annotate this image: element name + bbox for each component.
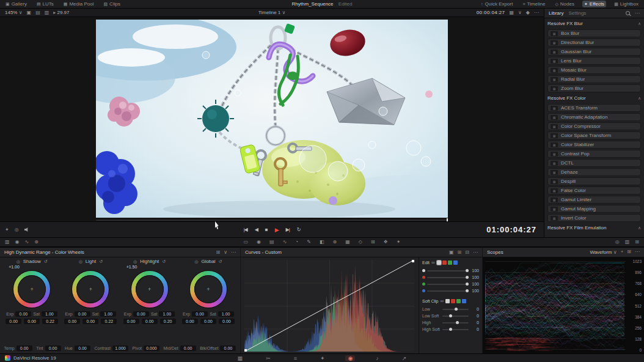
fusion-page-icon[interactable]: ✦ xyxy=(318,355,327,361)
fx-item-aces-transform[interactable]: ▦ACES Transform xyxy=(547,104,641,112)
channel-chip-y[interactable] xyxy=(437,260,441,265)
media-page-icon[interactable]: ▦ xyxy=(235,355,246,361)
prev-clip-button[interactable]: |◀ xyxy=(243,227,247,232)
step-forward-button[interactable]: ▶| xyxy=(286,227,290,232)
wheel-value[interactable]: 0.00 xyxy=(200,319,216,324)
sat-value[interactable]: 1.00 xyxy=(218,311,234,317)
fx-item-invert-color[interactable]: ▦Invert Color xyxy=(547,214,641,222)
fx-item-dehaze[interactable]: ▦Dehaze xyxy=(547,168,641,176)
link-icon[interactable]: ∞ xyxy=(431,260,435,265)
color-wheel[interactable]: + xyxy=(190,271,227,308)
deliver-page-icon[interactable]: ↗ xyxy=(400,355,409,361)
chevron-down-icon[interactable]: ∨ xyxy=(224,250,227,255)
slider-knob[interactable] xyxy=(466,289,469,292)
slider-track[interactable] xyxy=(427,277,469,278)
topbar-button-quick-export[interactable]: ↑Quick Export xyxy=(479,1,514,7)
fx-item-color-space-transform[interactable]: ▦Color Space Transform xyxy=(547,131,641,139)
wheels-icon[interactable]: ◉ xyxy=(257,240,261,245)
expand-panel-icon[interactable]: ⊞ xyxy=(635,240,639,245)
slider-track[interactable] xyxy=(442,309,469,310)
soft-clip-chip-y[interactable] xyxy=(445,299,450,303)
slider-knob[interactable] xyxy=(466,276,469,279)
fx-item-despill[interactable]: ▦Despill xyxy=(547,177,641,185)
fx-item-zoom-blur[interactable]: ▦Zoom Blur xyxy=(547,84,641,92)
slider-knob[interactable] xyxy=(466,269,469,272)
window-icon[interactable]: ◧ xyxy=(320,240,324,245)
blur-icon[interactable]: ▦ xyxy=(345,240,350,245)
exp-value[interactable]: 0.00 xyxy=(133,311,149,317)
topbar-button-clips[interactable]: ▧Clips xyxy=(101,1,122,7)
exp-value[interactable]: 0.00 xyxy=(192,311,208,317)
soft-clip-chip-b[interactable] xyxy=(462,299,466,303)
slider-track[interactable] xyxy=(427,284,469,285)
sat-value[interactable]: 1.00 xyxy=(100,311,116,317)
target-icon[interactable]: ◎ xyxy=(194,259,198,264)
target-icon[interactable]: ◎ xyxy=(79,259,82,264)
fx-item-color-stabilizer[interactable]: ▦Color Stabilizer xyxy=(547,141,641,149)
reset-icon[interactable]: ↺ xyxy=(44,259,48,264)
param-value[interactable]: 0.00 xyxy=(45,345,61,351)
wheel-value[interactable]: 0.22 xyxy=(42,319,58,324)
reset-icon[interactable]: ↺ xyxy=(162,259,166,264)
slider-track[interactable] xyxy=(427,290,469,292)
enhanced-viewer-icon[interactable]: ▥ xyxy=(45,10,49,15)
curve-editor[interactable] xyxy=(241,257,419,354)
rgb-mixer-icon[interactable]: ▤ xyxy=(269,240,274,245)
topbar-button-lightbox[interactable]: ▩Lightbox xyxy=(612,1,640,7)
add-icon[interactable]: ⊕ xyxy=(34,240,38,245)
topbar-button-nodes[interactable]: ◇Nodes xyxy=(553,1,576,7)
sat-value[interactable]: 1.00 xyxy=(42,311,57,317)
topbar-button-luts[interactable]: ▤LUTs xyxy=(35,1,56,7)
qualifier-icon[interactable]: ✎ xyxy=(307,240,311,245)
wheel-value[interactable]: 0.00 xyxy=(123,319,139,324)
search-icon[interactable] xyxy=(626,11,630,15)
chevron-down-icon[interactable]: ∨ xyxy=(518,10,522,15)
target-icon[interactable]: ◎ xyxy=(133,259,137,264)
fx-item-false-color[interactable]: ▦False Color xyxy=(547,187,641,194)
scope-mode-select[interactable]: Waveform ∨ xyxy=(590,249,617,255)
collapse-icon[interactable]: ∧ xyxy=(638,96,641,100)
sizing-icon[interactable]: ⊞ xyxy=(371,240,375,245)
sat-value[interactable]: 1.00 xyxy=(159,311,175,317)
library-section-header[interactable]: Resolve FX Color∧ xyxy=(547,94,641,103)
wheel-value[interactable]: 0.20 xyxy=(160,319,176,324)
color-wheel[interactable]: + xyxy=(13,271,50,308)
camera-icon[interactable]: ▦ xyxy=(509,10,514,15)
wheel-value[interactable]: 0.00 xyxy=(24,319,40,324)
wheel-value[interactable]: 0.00 xyxy=(64,319,80,324)
collapse-icon[interactable]: ∧ xyxy=(638,226,641,230)
slider-knob[interactable] xyxy=(466,283,469,286)
tab-settings[interactable]: Settings xyxy=(568,10,586,16)
fx-item-box-blur[interactable]: ▦Box Blur xyxy=(547,29,641,37)
curve-tool-icon[interactable]: ∿ xyxy=(25,240,29,245)
topbar-button-media-pool[interactable]: ▦Media Pool xyxy=(62,1,96,7)
grid-icon[interactable]: ⊞ xyxy=(216,250,220,255)
fairlight-page-icon[interactable]: ♪ xyxy=(373,355,381,361)
crosshair-icon[interactable]: + xyxy=(621,249,624,255)
motion-icon[interactable]: ∿ xyxy=(283,240,287,245)
stop-button[interactable]: ■ xyxy=(265,227,268,232)
fx-item-radial-blur[interactable]: ▦Radial Blur xyxy=(547,75,641,83)
fx-item-contrast-pop[interactable]: ▦Contrast Pop xyxy=(547,150,641,158)
fx-item-lens-blur[interactable]: ▦Lens Blur xyxy=(547,57,641,65)
slider-track[interactable] xyxy=(442,329,469,330)
wheel-value[interactable]: 0.22 xyxy=(101,319,117,324)
fx-item-chromatic-adaptation[interactable]: ▦Chromatic Adaptation xyxy=(547,113,641,121)
slider-knob[interactable] xyxy=(449,314,452,317)
slider-knob[interactable] xyxy=(449,328,452,331)
soft-clip-chip-r[interactable] xyxy=(451,299,455,303)
slider-track[interactable] xyxy=(427,270,469,272)
more-icon[interactable]: ⋯ xyxy=(534,10,539,15)
exp-value[interactable]: 0.00 xyxy=(15,311,31,317)
fx-item-color-compressor[interactable]: ▦Color Compressor xyxy=(547,122,641,130)
viewer-scrubber[interactable] xyxy=(96,220,448,221)
reset-icon[interactable]: ↺ xyxy=(219,259,222,264)
param-value[interactable]: 1.000 xyxy=(112,345,128,351)
topbar-button-effects[interactable]: ✦Effects xyxy=(582,1,606,7)
fx-item-dctl[interactable]: ▦DCTL xyxy=(547,159,641,167)
fx-item-gamut-limiter[interactable]: ▦Gamut Limiter xyxy=(547,196,641,204)
cut-page-icon[interactable]: ✂ xyxy=(263,355,273,361)
slider-knob[interactable] xyxy=(455,308,458,311)
timeline-select[interactable]: Timeline 1 ∨ xyxy=(0,10,544,15)
color-wheel[interactable]: + xyxy=(131,271,168,308)
